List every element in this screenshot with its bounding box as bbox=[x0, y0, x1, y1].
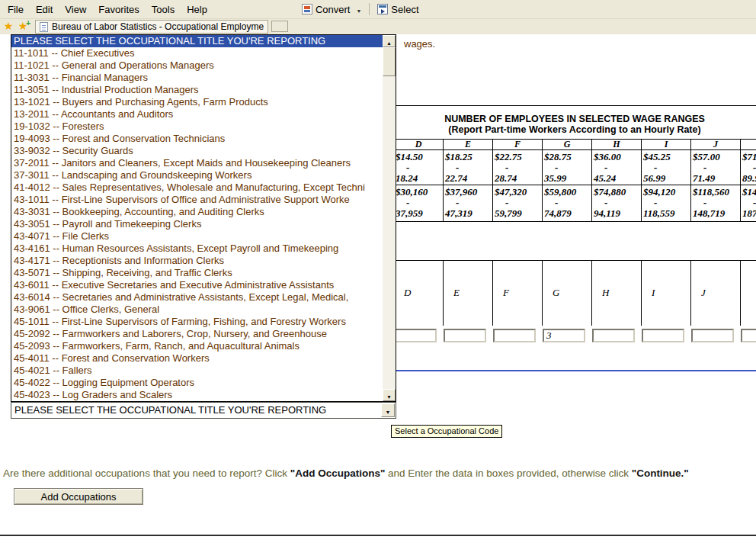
occupation-option[interactable]: 11-3051 -- Industrial Production Manager… bbox=[11, 84, 383, 96]
favorites-star-icon[interactable] bbox=[2, 20, 14, 32]
entry-column-letter: G bbox=[553, 287, 559, 299]
occupation-select[interactable]: PLEASE SELECT THE OCCUPATIONAL TITLE YOU… bbox=[11, 402, 396, 419]
occupation-option[interactable]: 45-4011 -- Forest and Conservation Worke… bbox=[11, 352, 383, 365]
occupation-option[interactable]: 43-3051 -- Payroll and Timekeeping Clerk… bbox=[11, 218, 383, 230]
chevron-down-icon bbox=[386, 403, 391, 417]
range-dash: - bbox=[643, 162, 690, 173]
annual-range-cell: $37,960 - 47,319 bbox=[444, 185, 492, 222]
additional-occupations-question: Are there additional occupations that yo… bbox=[3, 467, 753, 479]
hourly-low-value: $18.25 bbox=[445, 152, 492, 162]
annual-high-value: 118,559 bbox=[643, 208, 690, 219]
wage-range-letter: J bbox=[691, 140, 740, 150]
employee-count-input-j[interactable] bbox=[691, 329, 734, 342]
range-dash: - bbox=[742, 198, 756, 208]
employee-count-input-e[interactable] bbox=[444, 329, 486, 342]
wage-table-title: NUMBER OF EMPLOYEES IN SELECTED WAGE RAN… bbox=[394, 106, 756, 140]
select-arrow-button[interactable] bbox=[381, 403, 395, 417]
select-button[interactable]: Select bbox=[374, 2, 421, 17]
scroll-up-button[interactable] bbox=[383, 35, 396, 47]
annual-high-value: 94,119 bbox=[594, 208, 641, 219]
hourly-high-value: 45.24 bbox=[594, 173, 641, 184]
annual-low-value: $37,960 bbox=[445, 187, 492, 198]
occupation-option[interactable]: 43-9061 -- Office Clerks, General bbox=[11, 304, 383, 316]
employee-count-input-i[interactable] bbox=[642, 329, 684, 342]
menu-item-help[interactable]: Help bbox=[181, 2, 213, 18]
occupation-option[interactable]: 37-3011 -- Landscaping and Groundskeepin… bbox=[11, 169, 383, 182]
question-text-1: Are there additional occupations that yo… bbox=[3, 467, 290, 479]
occupation-option[interactable]: 43-4071 -- File Clerks bbox=[11, 230, 383, 243]
wage-table-title-line2: (Report Part-time Workers According to a… bbox=[394, 124, 755, 135]
occupation-option[interactable]: 45-4023 -- Log Graders and Scalers bbox=[11, 389, 383, 401]
entry-grid-column: F bbox=[493, 261, 543, 326]
hourly-range-cell: $18.25 - 22.74 bbox=[444, 150, 492, 185]
occupation-option[interactable]: 45-1011 -- First-Line Supervisors of Far… bbox=[11, 316, 383, 328]
menu-item-tools[interactable]: Tools bbox=[146, 2, 181, 18]
occupation-option[interactable]: 11-1011 -- Chief Executives bbox=[11, 47, 383, 59]
select-label: Select bbox=[391, 4, 418, 15]
occupation-option[interactable]: 43-4161 -- Human Resources Assistants, E… bbox=[11, 243, 383, 255]
occupation-option[interactable]: 11-1021 -- General and Operations Manage… bbox=[11, 59, 383, 72]
employee-count-input-f[interactable] bbox=[493, 329, 536, 342]
hourly-range-cell: $22.75 - 28.74 bbox=[493, 150, 542, 185]
occupation-option[interactable]: 45-2093 -- Farmworkers, Farm, Ranch, and… bbox=[11, 340, 383, 352]
scrollbar-thumb[interactable] bbox=[383, 47, 396, 76]
occupation-option[interactable]: 43-1011 -- First-Line Supervisors of Off… bbox=[11, 194, 383, 206]
browser-tab[interactable]: Bureau of Labor Statistics - Occupationa… bbox=[35, 20, 268, 34]
annual-range-cell: $118,560 - 148,719 bbox=[691, 185, 740, 222]
hourly-low-value: $57.00 bbox=[693, 152, 740, 162]
menu-item-file[interactable]: File bbox=[2, 2, 30, 18]
hourly-range-cell: $14.50 - 18.24 bbox=[394, 150, 443, 185]
occupation-option[interactable]: 13-1021 -- Buyers and Purchasing Agents,… bbox=[11, 96, 383, 108]
hourly-low-value: $45.25 bbox=[643, 152, 690, 162]
browser-window: wages. NUMBER OF EMPLOYEES IN SELECTED W… bbox=[0, 0, 756, 543]
occupation-option[interactable]: 43-5071 -- Shipping, Receiving, and Traf… bbox=[11, 267, 383, 279]
add-favorite-icon[interactable] bbox=[17, 20, 29, 32]
occupation-option[interactable]: 43-3031 -- Bookkeeping, Accounting, and … bbox=[11, 206, 383, 218]
range-dash: - bbox=[594, 198, 641, 208]
employee-count-input-d[interactable] bbox=[394, 329, 437, 342]
occupation-dropdown: PLEASE SELECT THE OCCUPATIONAL TITLE YOU… bbox=[11, 34, 396, 419]
entry-grid-column: J bbox=[691, 261, 741, 326]
occupation-option[interactable]: 45-4022 -- Logging Equipment Operators bbox=[11, 377, 383, 389]
occupation-option[interactable]: 13-2011 -- Accountants and Auditors bbox=[11, 108, 383, 120]
occupation-option[interactable]: 45-2092 -- Farmworkers and Laborers, Cro… bbox=[11, 328, 383, 340]
range-dash: - bbox=[594, 162, 641, 173]
occupation-option[interactable]: 43-6014 -- Secretaries and Administrativ… bbox=[11, 291, 383, 304]
select-icon bbox=[377, 4, 388, 14]
hourly-low-value: $36.00 bbox=[594, 152, 641, 162]
occupation-option[interactable]: 43-4171 -- Receptionists and Information… bbox=[11, 255, 383, 267]
annual-low-value: $59,800 bbox=[544, 187, 591, 198]
scroll-down-button[interactable] bbox=[383, 389, 396, 401]
dropdown-prompt-option[interactable]: PLEASE SELECT THE OCCUPATIONAL TITLE YOU… bbox=[11, 35, 383, 47]
tab-row-button[interactable] bbox=[271, 21, 288, 32]
toolbar-separator bbox=[369, 3, 370, 15]
menu-item-edit[interactable]: Edit bbox=[30, 2, 59, 18]
hourly-range-cell: $57.00 - 71.49 bbox=[691, 150, 740, 185]
hourly-high-value: 18.24 bbox=[396, 173, 443, 184]
menu-item-view[interactable]: View bbox=[59, 2, 92, 18]
wage-ranges-table: NUMBER OF EMPLOYEES IN SELECTED WAGE RAN… bbox=[393, 105, 756, 222]
occupation-option[interactable]: 43-6011 -- Executive Secretaries and Exe… bbox=[11, 279, 383, 291]
continue-emphasis: "Continue." bbox=[632, 467, 689, 479]
annual-range-cell: $47,320 - 59,799 bbox=[493, 185, 542, 222]
occupation-option[interactable]: 11-3031 -- Financial Managers bbox=[11, 72, 383, 84]
occupation-option[interactable]: 41-4012 -- Sales Representatives, Wholes… bbox=[11, 182, 383, 194]
wage-range-column: F $22.75 - 28.74 $47,320 - 59,799 bbox=[493, 140, 543, 222]
employee-count-input-g[interactable] bbox=[543, 329, 585, 342]
employee-count-input-h[interactable] bbox=[592, 329, 635, 342]
add-occupations-button[interactable]: Add Occupations bbox=[14, 488, 143, 505]
occupation-option[interactable]: 45-4021 -- Fallers bbox=[11, 365, 383, 377]
occupation-option[interactable]: 19-1032 -- Foresters bbox=[11, 120, 383, 133]
entry-grid-column: D bbox=[394, 261, 444, 326]
range-dash: - bbox=[693, 162, 740, 173]
chevron-down-icon[interactable] bbox=[353, 4, 364, 15]
menu-item-favorites[interactable]: Favorites bbox=[92, 2, 145, 18]
blue-divider bbox=[393, 370, 756, 371]
occupation-option[interactable]: 37-2011 -- Janitors and Cleaners, Except… bbox=[11, 157, 383, 169]
occupation-option[interactable]: 33-9032 -- Security Guards bbox=[11, 145, 383, 157]
dropdown-scrollbar[interactable] bbox=[383, 35, 396, 401]
triangle-up-icon bbox=[386, 34, 392, 48]
employee-count-input-k[interactable] bbox=[741, 329, 756, 342]
convert-button[interactable]: Convert bbox=[299, 2, 354, 17]
occupation-option[interactable]: 19-4093 -- Forest and Conservation Techn… bbox=[11, 133, 383, 145]
